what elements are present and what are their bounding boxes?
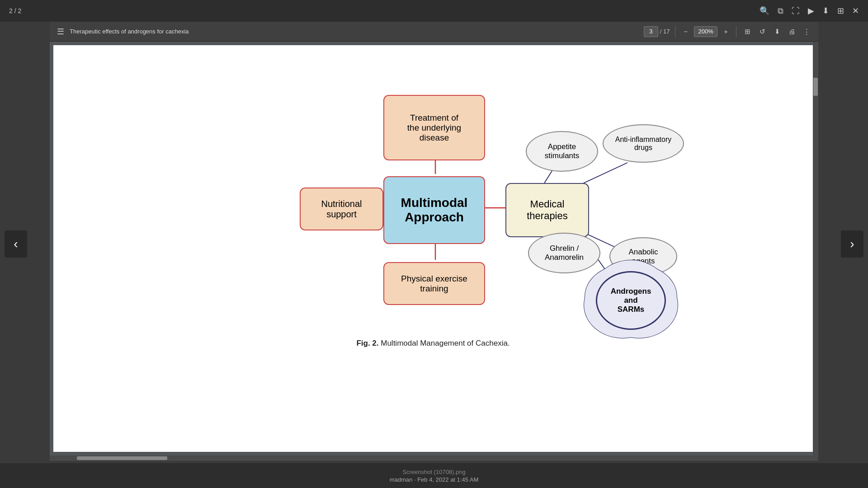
anabolic-box: Anabolicagents xyxy=(609,237,677,276)
anabolic-label: Anabolicagents xyxy=(628,248,658,266)
rotate-button[interactable]: ↺ xyxy=(757,26,768,38)
pdf-page-input[interactable] xyxy=(644,26,658,37)
exercise-label: Physical exercisetraining xyxy=(401,274,467,294)
nutritional-label: Nutritionalsupport xyxy=(321,199,362,220)
treatment-box: Treatment ofthe underlyingdisease xyxy=(383,95,485,160)
prev-slide-button[interactable]: ‹ xyxy=(5,230,27,258)
figure-caption: Fig. 2. Multimodal Management of Cachexi… xyxy=(356,339,509,348)
appetite-label: Appetitestimulants xyxy=(545,142,580,160)
ghrelin-box: Ghrelin /Anamorelin xyxy=(528,233,600,273)
fit-page-button[interactable]: ⊞ xyxy=(742,26,753,38)
h-scrollbar-thumb[interactable] xyxy=(77,456,167,460)
pdf-page: Treatment ofthe underlyingdisease Nutrit… xyxy=(53,45,813,452)
next-slide-button[interactable]: › xyxy=(841,230,863,258)
pdf-download-button[interactable]: ⬇ xyxy=(772,26,783,38)
external-link-icon[interactable]: ⧉ xyxy=(778,6,783,16)
pdf-content-area: Treatment ofthe underlyingdisease Nutrit… xyxy=(50,42,818,455)
medical-box: Medicaltherapies xyxy=(505,183,589,237)
file-meta: madman · Feb 4, 2022 at 1:45 AM xyxy=(390,476,479,483)
pdf-toolbar: ☰ Therapeutic effects of androgens for c… xyxy=(50,22,818,42)
diagram-container: Treatment ofthe underlyingdisease Nutrit… xyxy=(216,54,650,334)
caption-label: Fig. 2. xyxy=(356,339,378,347)
antiinflammatory-box: Anti-inflammatorydrugs xyxy=(603,124,684,163)
pdf-menu-button[interactable]: ☰ xyxy=(55,25,66,38)
close-icon[interactable]: ✕ xyxy=(852,6,859,16)
antiinflammatory-label: Anti-inflammatorydrugs xyxy=(615,136,671,152)
medical-label: Medicaltherapies xyxy=(527,198,568,222)
androgens-label: AndrogensandSARMs xyxy=(611,287,651,314)
pdf-viewer: ☰ Therapeutic effects of androgens for c… xyxy=(50,22,818,461)
nutritional-box: Nutritionalsupport xyxy=(300,188,383,230)
horizontal-scrollbar[interactable] xyxy=(50,455,818,461)
pdf-page-controls: / 17 xyxy=(644,26,670,37)
pdf-more-button[interactable]: ⋮ xyxy=(801,26,813,38)
zoom-in-button[interactable]: + xyxy=(721,26,731,37)
filename: Screenshot (10708).png xyxy=(402,469,465,475)
play-icon[interactable]: ▶ xyxy=(808,6,814,16)
pdf-toolbar-right: ⬇ 🖨 ⋮ xyxy=(772,26,813,38)
toolbar-separator xyxy=(675,26,675,37)
scrollbar-thumb[interactable] xyxy=(813,78,818,96)
exercise-box: Physical exercisetraining xyxy=(383,262,485,305)
fullscreen-icon[interactable]: ⛶ xyxy=(792,6,800,16)
pdf-title: Therapeutic effects of androgens for cac… xyxy=(70,28,640,35)
zoom-display: 200% xyxy=(694,26,717,37)
caption-text: Multimodal Management of Cachexia. xyxy=(379,339,510,347)
appetite-box: Appetitestimulants xyxy=(526,131,598,172)
ghrelin-label: Ghrelin /Anamorelin xyxy=(545,244,584,262)
slide-counter: 2 / 2 xyxy=(9,7,21,14)
toolbar-separator-2 xyxy=(736,26,736,37)
zoom-icon[interactable]: 🔍 xyxy=(760,6,769,16)
zoom-out-button[interactable]: − xyxy=(681,26,690,37)
treatment-label: Treatment ofthe underlyingdisease xyxy=(407,113,461,143)
grid-icon[interactable]: ⊞ xyxy=(837,6,844,16)
pdf-total-pages: / 17 xyxy=(660,28,670,35)
androgens-box: AndrogensandSARMs xyxy=(596,271,666,330)
bottom-bar: Screenshot (10708).png madman · Feb 4, 2… xyxy=(0,463,868,488)
vertical-scrollbar[interactable] xyxy=(813,42,818,455)
multimodal-box: MultimodalApproach xyxy=(383,176,485,244)
multimodal-label: MultimodalApproach xyxy=(401,196,468,225)
top-bar-icons: 🔍 ⧉ ⛶ ▶ ⬇ ⊞ ✕ xyxy=(760,6,859,16)
download-icon[interactable]: ⬇ xyxy=(822,6,829,16)
pdf-print-button[interactable]: 🖨 xyxy=(786,26,798,37)
top-bar: 2 / 2 🔍 ⧉ ⛶ ▶ ⬇ ⊞ ✕ xyxy=(0,0,868,22)
